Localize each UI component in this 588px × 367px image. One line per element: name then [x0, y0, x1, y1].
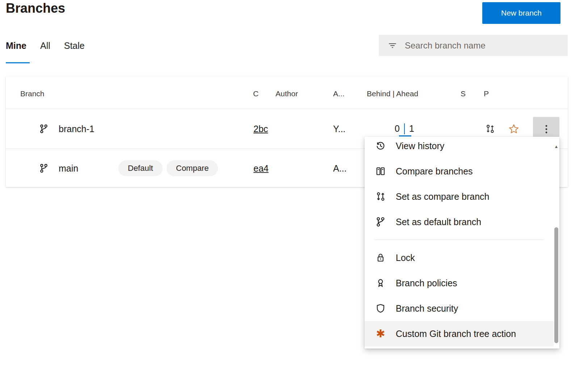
menu-item-branch-security[interactable]: Branch security	[365, 296, 554, 321]
column-header-behind-ahead: Behind | Ahead	[367, 89, 418, 98]
asterisk-icon: ✱	[375, 328, 386, 339]
menu-item-label: Branch policies	[396, 278, 457, 288]
branch-context-menu: View history Compare branches	[365, 137, 559, 349]
branch-tabs: Mine All Stale	[6, 38, 85, 58]
menu-item-compare-branches[interactable]: Compare branches	[365, 159, 554, 184]
git-branch-icon	[39, 124, 49, 134]
git-branch-icon	[375, 216, 386, 228]
favorite-star-icon[interactable]	[508, 123, 519, 134]
branch-search-box[interactable]	[379, 35, 568, 56]
menu-item-label: Lock	[396, 253, 415, 263]
tab-mine[interactable]: Mine	[6, 38, 26, 58]
policy-ribbon-icon	[375, 277, 386, 289]
active-tab-underline	[6, 62, 30, 63]
set-compare-icon	[375, 191, 386, 202]
behind-ahead-accent-bar	[399, 135, 411, 136]
ahead-count[interactable]: 1	[409, 123, 414, 134]
menu-item-label: View history	[396, 141, 444, 151]
page-title: Branches	[6, 1, 65, 16]
menu-item-label: Branch security	[396, 303, 458, 314]
scroll-up-arrow-icon[interactable]: ▲	[554, 144, 559, 149]
authored-date: A...	[333, 163, 347, 173]
column-header-commit: C	[253, 89, 259, 98]
tab-stale[interactable]: Stale	[64, 38, 85, 58]
new-branch-button[interactable]: New branch	[482, 2, 560, 24]
column-header-authored-date: A...	[333, 89, 345, 98]
vertical-ellipsis-icon	[545, 125, 548, 134]
menu-item-custom-git-branch-tree-action[interactable]: ✱ Custom Git branch tree action	[365, 321, 554, 346]
context-menu-scroll-area: View history Compare branches	[365, 137, 554, 349]
menu-item-branch-policies[interactable]: Branch policies	[365, 270, 554, 296]
menu-scrollbar[interactable]: ▲	[554, 137, 559, 349]
tab-all[interactable]: All	[40, 38, 50, 58]
commit-link[interactable]: 2bc	[253, 123, 268, 134]
commit-link[interactable]: ea4	[253, 163, 269, 173]
menu-item-label: Compare branches	[396, 166, 473, 177]
column-header-branch: Branch	[20, 89, 45, 98]
branch-name-link[interactable]: main	[59, 163, 78, 173]
behind-ahead-divider	[404, 123, 405, 134]
lock-icon	[375, 252, 386, 263]
table-header-row: Branch C Author A... Behind | Ahead S P	[6, 76, 568, 109]
branch-name-link[interactable]: branch-1	[59, 123, 94, 134]
history-clock-icon	[375, 140, 386, 152]
column-header-author: Author	[276, 89, 298, 98]
shield-icon	[375, 303, 386, 314]
column-header-status: S	[461, 89, 466, 98]
menu-divider	[375, 240, 543, 240]
set-compare-icon[interactable]	[485, 124, 495, 134]
default-badge: Default	[118, 160, 163, 176]
column-header-pull-request: P	[484, 89, 489, 98]
filter-icon	[388, 41, 397, 50]
search-input[interactable]	[405, 41, 568, 51]
scrollbar-thumb[interactable]	[554, 227, 558, 343]
menu-item-view-history[interactable]: View history	[365, 137, 554, 159]
menu-item-set-as-default-branch[interactable]: Set as default branch	[365, 209, 554, 235]
menu-item-label: Custom Git branch tree action	[396, 329, 516, 339]
menu-item-lock[interactable]: Lock	[365, 245, 554, 270]
git-branch-icon	[39, 164, 49, 173]
menu-item-label: Set as default branch	[396, 217, 481, 227]
compare-badge: Compare	[167, 160, 218, 176]
authored-date: Y...	[333, 123, 345, 134]
compare-branches-icon	[375, 165, 386, 177]
behind-count[interactable]: 0	[390, 123, 400, 134]
menu-item-label: Set as compare branch	[396, 191, 489, 202]
behind-ahead-counts[interactable]: 0 1	[390, 123, 414, 134]
menu-item-set-as-compare-branch[interactable]: Set as compare branch	[365, 184, 554, 209]
